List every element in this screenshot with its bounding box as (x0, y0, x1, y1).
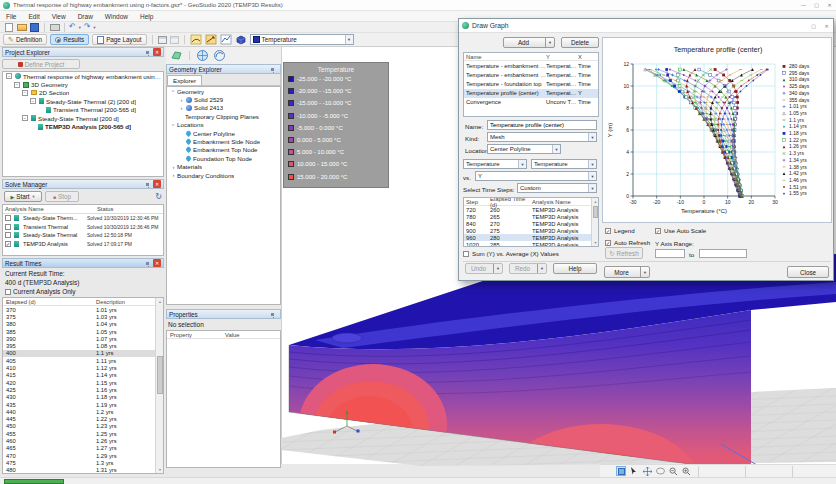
scrollbar-thumb[interactable] (593, 206, 598, 218)
menu-file[interactable]: File (0, 13, 22, 20)
menu-edit[interactable]: Edit (22, 13, 45, 20)
result-time-row[interactable]: 4751.3 yrs (3, 459, 155, 466)
close-button[interactable]: ✕ (823, 1, 836, 10)
result-time-row[interactable]: 4301.18 yrs (3, 394, 155, 401)
redo-dropdown-icon[interactable]: ▼ (92, 25, 96, 30)
pin-icon[interactable] (271, 68, 274, 71)
result-time-row[interactable]: 4451.22 yrs (3, 415, 155, 422)
kind-combo[interactable]: Mesh ▼ (487, 132, 597, 142)
result-time-row[interactable]: 4151.14 yrs (3, 372, 155, 379)
analysis-row[interactable]: ✓TEMP3D AnalysisSolved 17:09:17 PM (3, 240, 163, 249)
scrollbar-thumb[interactable] (157, 356, 163, 394)
tree-item[interactable]: ›Solid 2529 (167, 95, 280, 103)
tree-item[interactable]: Transient Thermal [200-565 d] (3, 106, 163, 114)
vs-combo[interactable]: Y ▼ (475, 171, 597, 181)
result-time-row[interactable]: 3701.01 yrs (3, 306, 155, 313)
pin-icon[interactable] (271, 313, 274, 316)
start-button[interactable]: ▶ Start ▼ (4, 191, 42, 202)
save-icon[interactable] (29, 22, 40, 32)
time-steps-combo[interactable]: Custom ▼ (517, 183, 597, 193)
tree-item[interactable]: ›Boundary Conditions (167, 171, 280, 179)
analysis-checkbox[interactable] (5, 232, 11, 238)
tree-item[interactable]: ›Locations (167, 121, 280, 129)
collapse-icon[interactable]: › (170, 88, 177, 94)
collapse-icon[interactable]: − (22, 115, 28, 121)
zoom-in-icon[interactable] (681, 466, 691, 476)
result-time-row[interactable]: 3851.05 yrs (3, 328, 155, 335)
zoom-window-icon[interactable] (655, 466, 665, 476)
result-time-row[interactable]: 4601.26 yrs (3, 437, 155, 444)
result-time-row[interactable]: 4201.15 yrs (3, 379, 155, 386)
step-row[interactable]: 960280TEMP3D Analysis (464, 234, 591, 241)
undo-dropdown-icon[interactable]: ▼ (493, 264, 502, 273)
step-row[interactable]: 840270TEMP3D Analysis (464, 220, 591, 227)
definition-button[interactable]: ✎ Definition (3, 34, 47, 45)
graph-icon[interactable] (220, 34, 232, 45)
graph-row[interactable]: Temperature profile (center)TemperatureY (464, 89, 598, 98)
close-panel-icon[interactable]: ✕ (153, 180, 161, 188)
pin-icon[interactable] (146, 183, 149, 186)
graph-row[interactable]: Temperature - foundation topTemperatureT… (464, 79, 598, 88)
analysis-checkbox[interactable]: ✓ (5, 241, 11, 247)
tree-item[interactable]: Embankment Side Node (167, 137, 280, 145)
collapse-icon[interactable]: › (170, 122, 177, 128)
tree-item[interactable]: −2D Section (3, 89, 163, 97)
pin-icon[interactable] (146, 262, 149, 265)
result-time-row[interactable]: 4251.16 yrs (3, 386, 155, 393)
help-button[interactable]: Help (553, 263, 597, 274)
zoom-out-icon[interactable] (668, 466, 678, 476)
scroll-down-icon[interactable]: ▼ (592, 239, 599, 246)
view-parameter-combo[interactable]: Temperature ▼ (250, 34, 354, 45)
isometric-view-icon[interactable] (196, 49, 209, 62)
result-time-row[interactable]: 4701.29 yrs (3, 452, 155, 459)
more-dropdown-icon[interactable]: ▼ (640, 267, 649, 277)
pin-icon[interactable] (146, 51, 149, 54)
sum-vs-average-checkbox[interactable] (463, 251, 469, 257)
analysis-checkbox[interactable] (5, 224, 11, 230)
contour-icon[interactable] (190, 34, 202, 45)
chevron-down-icon[interactable]: ▼ (588, 133, 596, 141)
tree-item[interactable]: ›Materials (167, 163, 280, 171)
project-explorer-header[interactable]: Project Explorer ✕ (2, 47, 164, 57)
menu-help[interactable]: Help (134, 13, 159, 20)
result-time-row[interactable]: 4401.2 yrs (3, 408, 155, 415)
graph-row[interactable]: Temperature - embankment topTemperatureT… (464, 70, 598, 79)
location-combo[interactable]: Center Polyline ▼ (487, 144, 561, 154)
step-row[interactable]: 900275TEMP3D Analysis (464, 227, 591, 234)
step-row[interactable]: 1020285TEMP3D Analysis (464, 241, 591, 247)
analysis-checkbox[interactable] (5, 215, 11, 221)
y-parameter-combo[interactable]: Temperature ▼ (463, 159, 527, 169)
analysis-row[interactable]: Steady-State Therm...Solved 10/30/2019 1… (3, 214, 163, 223)
chevron-down-icon[interactable]: ▼ (518, 160, 526, 168)
chevron-down-icon[interactable]: ▼ (588, 172, 596, 180)
expand-icon[interactable]: › (170, 172, 177, 178)
properties-header[interactable]: Properties (166, 309, 281, 319)
result-time-row[interactable]: 4001.1 yrs (3, 350, 155, 357)
result-time-row[interactable]: 4801.31 yrs (3, 467, 155, 474)
expand-icon[interactable]: › (178, 97, 185, 103)
close-button[interactable]: Close (787, 266, 829, 278)
chevron-down-icon[interactable]: ▼ (552, 145, 560, 153)
y-parameter2-combo[interactable]: Temperature ▼ (531, 159, 597, 169)
table-view-icon[interactable] (158, 36, 167, 44)
table-view2-icon[interactable] (170, 36, 179, 44)
close-panel-icon[interactable]: ✕ (153, 259, 161, 267)
undo-icon[interactable]: ↶ (69, 23, 76, 31)
result-time-row[interactable]: 3901.07 yrs (3, 335, 155, 342)
redo-dropdown-icon[interactable]: ▼ (537, 264, 546, 273)
tree-item[interactable]: Foundation Top Node (167, 154, 280, 162)
result-time-row[interactable]: 3751.03 yrs (3, 313, 155, 320)
isosurface-icon[interactable] (235, 34, 247, 45)
step-row[interactable]: 780265TEMP3D Analysis (464, 213, 591, 220)
tree-item[interactable]: TEMP3D Analysis [200-565 d] (3, 122, 163, 130)
tree-item[interactable]: Center Polyline (167, 129, 280, 137)
graph-row[interactable]: ConvergenceUnconv Tem...Time (464, 98, 598, 107)
chevron-down-icon[interactable]: ▼ (588, 160, 596, 168)
refresh-button[interactable]: ↻ Refresh (605, 247, 643, 259)
cursor-icon[interactable] (629, 466, 639, 476)
collapse-icon[interactable]: − (22, 90, 28, 96)
y-axis-min-input[interactable] (655, 249, 685, 258)
result-time-row[interactable]: 4351.19 yrs (3, 401, 155, 408)
dialog-close-icon[interactable]: ✕ (820, 21, 833, 30)
analysis-row[interactable]: Transient ThermalSolved 10/30/2019 12:36… (3, 223, 163, 232)
